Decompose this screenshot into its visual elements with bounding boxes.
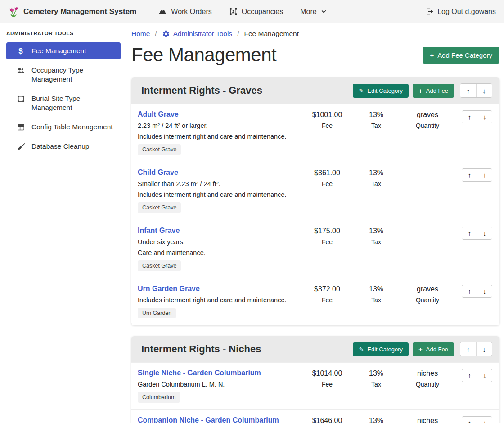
- move-fee-down-button[interactable]: ↓: [477, 227, 492, 239]
- add-fee-button[interactable]: + Add Fee: [413, 84, 454, 98]
- fee-description: Includes interment right and care and ma…: [138, 133, 299, 140]
- fee-reorder-group: ↑ ↓: [462, 227, 492, 240]
- fee-amount-cell: $361.00 Fee: [302, 168, 352, 187]
- fee-type-badge: Casket Grave: [138, 260, 181, 271]
- fee-amount-label: Fee: [302, 381, 352, 388]
- fee-reorder-group: ↑ ↓: [462, 416, 492, 423]
- fee-reorder-group: ↑ ↓: [462, 168, 492, 182]
- breadcrumb-home-link[interactable]: Home: [131, 30, 150, 38]
- fee-description: Under six years.: [138, 238, 299, 246]
- fee-name-link[interactable]: Urn Garden Grave: [138, 285, 200, 292]
- edit-category-label: Edit Category: [367, 87, 403, 94]
- fee-quantity-unit: niches: [400, 369, 454, 378]
- fee-name-link[interactable]: Infant Grave: [138, 227, 180, 234]
- tulip-logo-icon: [8, 5, 19, 18]
- main-content: Home / Administrator Tools / Fee Managem…: [126, 23, 504, 423]
- nav-occupancies-label: Occupancies: [242, 8, 284, 16]
- breadcrumb-separator: /: [155, 30, 157, 38]
- add-fee-category-button[interactable]: + Add Fee Category: [423, 47, 500, 64]
- broom-icon: [16, 142, 26, 151]
- move-fee-up-button[interactable]: ↑: [462, 417, 477, 423]
- add-fee-label: Add Fee: [426, 87, 448, 94]
- move-fee-up-button[interactable]: ↑: [462, 285, 477, 297]
- fee-amount: $1014.00: [302, 369, 352, 378]
- move-fee-down-button[interactable]: ↓: [477, 369, 492, 382]
- pencil-icon: ✎: [359, 346, 364, 352]
- plus-icon: +: [430, 52, 434, 59]
- fee-reorder-group: ↑ ↓: [462, 285, 492, 298]
- edit-category-button[interactable]: ✎ Edit Category: [353, 84, 409, 98]
- fee-amount-cell: $175.00 Fee: [302, 227, 352, 246]
- breadcrumb-admin-tools-label: Administrator Tools: [173, 30, 233, 38]
- move-fee-down-button[interactable]: ↓: [477, 169, 492, 181]
- fee-quantity-unit: graves: [400, 111, 454, 119]
- edit-category-button[interactable]: ✎ Edit Category: [353, 342, 409, 356]
- nav-more-menu[interactable]: More: [300, 8, 326, 16]
- fee-amount: $361.00: [302, 169, 352, 177]
- add-fee-button[interactable]: + Add Fee: [413, 342, 454, 356]
- occupancy-frame-icon: [229, 7, 238, 16]
- fee-quantity-label: Quantity: [400, 122, 454, 129]
- fee-amount-cell: $1001.00 Fee: [302, 110, 352, 129]
- move-category-up-button[interactable]: ↑: [460, 84, 476, 97]
- logout-button[interactable]: Log Out d.gowans: [425, 7, 496, 16]
- sidebar-item-label: Fee Management: [32, 46, 86, 55]
- fee-tax: 13%: [356, 169, 397, 177]
- move-fee-up-button[interactable]: ↑: [462, 169, 477, 181]
- sidebar-item-config-table[interactable]: Config Table Management: [6, 118, 121, 136]
- category-header: Interment Rights - Niches ✎ Edit Categor…: [131, 336, 500, 362]
- fee-name-link[interactable]: Adult Grave: [138, 110, 179, 118]
- fee-quantity-unit: graves: [400, 285, 454, 293]
- fee-name-link[interactable]: Companion Niche - Garden Columbarium: [138, 416, 279, 423]
- fee-tax-cell: 13% Tax: [356, 369, 397, 388]
- fee-name-link[interactable]: Single Niche - Garden Columbarium: [138, 369, 261, 377]
- fee-amount-label: Fee: [302, 296, 352, 304]
- move-category-up-button[interactable]: ↑: [460, 342, 476, 356]
- frame-corners-icon: [16, 95, 26, 103]
- fee-amount-cell: $1646.00 Fee: [302, 416, 352, 423]
- fee-type-badge: Urn Garden: [138, 308, 176, 318]
- edit-category-label: Edit Category: [367, 346, 403, 353]
- chevron-down-icon: [321, 9, 327, 14]
- users-icon: [16, 66, 26, 75]
- move-fee-up-button[interactable]: ↑: [462, 369, 477, 382]
- fee-description: 2.23 m² / 24 ft² or larger.: [138, 122, 299, 129]
- fee-amount: $175.00: [302, 227, 352, 235]
- fee-tax: 13%: [356, 369, 397, 378]
- fee-amount-label: Fee: [302, 122, 352, 129]
- move-fee-down-button[interactable]: ↓: [477, 111, 492, 123]
- app-brand[interactable]: Cemetery Management System: [8, 5, 136, 18]
- fee-row: Child Grave Smaller than 2.23 m² / 24 ft…: [131, 162, 500, 220]
- breadcrumb-admin-tools-link[interactable]: Administrator Tools: [162, 30, 233, 38]
- nav-work-orders[interactable]: Work Orders: [158, 7, 212, 16]
- fee-amount: $372.00: [302, 285, 352, 293]
- move-fee-up-button[interactable]: ↑: [462, 227, 477, 239]
- fee-quantity-cell: [400, 227, 454, 227]
- move-fee-down-button[interactable]: ↓: [477, 285, 492, 297]
- page-title: Fee Management: [131, 44, 276, 66]
- fee-name-link[interactable]: Child Grave: [138, 168, 178, 176]
- pencil-icon: ✎: [359, 88, 364, 94]
- fee-quantity-cell: graves Quantity: [400, 110, 454, 129]
- move-fee-up-button[interactable]: ↑: [462, 111, 477, 123]
- plus-icon: +: [418, 346, 423, 353]
- fee-tax-label: Tax: [356, 180, 397, 187]
- app-title: Cemetery Management System: [23, 7, 136, 16]
- sidebar-item-burial-site-type[interactable]: Burial Site Type Management: [6, 90, 121, 116]
- fee-quantity-cell: niches Quantity: [400, 416, 454, 423]
- fee-description: Smaller than 2.23 m² / 24 ft².: [138, 180, 299, 187]
- add-fee-category-label: Add Fee Category: [437, 51, 492, 59]
- sidebar-item-occupancy-type[interactable]: Occupancy Type Management: [6, 62, 121, 88]
- fee-tax: 13%: [356, 417, 397, 423]
- fee-row: Single Niche - Garden Columbarium Garden…: [131, 362, 500, 409]
- fee-row: Urn Garden Grave Includes interment righ…: [131, 278, 500, 325]
- sidebar-item-database-cleanup[interactable]: Database Cleanup: [6, 138, 121, 155]
- sidebar-item-label: Database Cleanup: [32, 142, 89, 151]
- sidebar-item-fee-management[interactable]: $ Fee Management: [6, 42, 121, 59]
- nav-occupancies[interactable]: Occupancies: [229, 7, 284, 16]
- top-navbar: Cemetery Management System Work Orders O: [0, 0, 504, 23]
- move-fee-down-button[interactable]: ↓: [477, 417, 492, 423]
- move-category-down-button[interactable]: ↓: [476, 342, 492, 356]
- fee-description: Garden Columbarium L, M, N.: [138, 381, 299, 388]
- move-category-down-button[interactable]: ↓: [476, 84, 492, 97]
